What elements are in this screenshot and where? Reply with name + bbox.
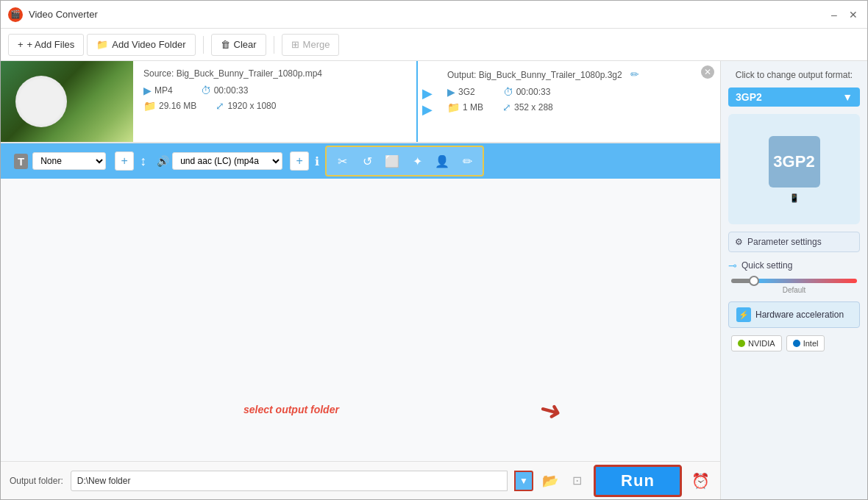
current-format-label: 3GP2 xyxy=(736,91,762,103)
output-resolution-icon: ⤢ xyxy=(502,101,511,113)
resolution-icon: ⤢ xyxy=(216,100,224,112)
merge-button[interactable]: ⊞ Merge xyxy=(282,34,340,56)
format-hint-label: Click to change output format: xyxy=(728,70,860,80)
source-duration-item: ⏱ 00:00:33 xyxy=(201,85,249,96)
info-button[interactable]: ℹ xyxy=(312,154,322,168)
select-output-annotation: select output folder xyxy=(243,404,339,415)
toolbar-separator xyxy=(203,36,204,54)
minimize-button[interactable]: – xyxy=(828,8,841,21)
audio-section: 🔊 und aac (LC) (mp4a xyxy=(152,152,287,170)
output-folder-input[interactable] xyxy=(71,471,508,491)
format-dropdown-icon: ▼ xyxy=(842,91,853,103)
output-resolution: 352 x 288 xyxy=(514,102,553,113)
add-audio-button[interactable]: + xyxy=(290,151,309,171)
output-size-item: 📁 1 MB xyxy=(447,101,483,113)
source-duration: 00:00:33 xyxy=(214,85,249,96)
nvidia-label: NVIDIA xyxy=(748,339,775,348)
watermark-tool-button[interactable]: 👤 xyxy=(430,149,454,173)
title-bar: 🎬 Video Converter – ✕ xyxy=(1,1,867,29)
output-duration: 00:00:33 xyxy=(516,87,551,97)
parameter-settings-button[interactable]: ⚙ Parameter settings xyxy=(728,232,860,252)
source-resolution-item: ⤢ 1920 x 1080 xyxy=(216,100,276,112)
crop-tool-button[interactable]: ⬜ xyxy=(380,149,404,173)
intel-label: Intel xyxy=(803,339,819,348)
hardware-acceleration-button[interactable]: ⚡ Hardware acceleration xyxy=(728,301,860,328)
quick-setting-row[interactable]: ⊸ Quick setting xyxy=(728,260,860,271)
subtitle-t-icon: T xyxy=(14,154,28,169)
format-icon-small: 📱 xyxy=(789,193,800,203)
add-files-button[interactable]: + + Add Files xyxy=(8,34,84,56)
intel-badge: Intel xyxy=(786,335,825,351)
audio-select[interactable]: und aac (LC) (mp4a xyxy=(172,152,282,170)
export-button[interactable]: ⊡ xyxy=(567,471,586,490)
merge-label: Merge xyxy=(303,39,330,50)
convert-arrow: ▶▶ xyxy=(418,61,437,142)
file-thumbnail xyxy=(1,61,133,142)
speed-thumb xyxy=(749,276,759,286)
browse-folder-button[interactable]: 📂 xyxy=(541,471,560,490)
quick-setting-label: Quick setting xyxy=(741,260,792,271)
window-controls: – ✕ xyxy=(828,8,860,21)
edit-tools-group: ✂ ↺ ⬜ ✦ 👤 ✏ xyxy=(325,146,484,176)
format-icon: ▶ xyxy=(143,85,152,96)
source-size: 29.16 MB xyxy=(159,101,196,111)
toolbar-separator2 xyxy=(274,36,274,54)
format-preview: 3GP2 📱 xyxy=(728,114,860,224)
hw-accel-label: Hardware acceleration xyxy=(755,310,844,320)
clear-button[interactable]: 🗑 Clear xyxy=(211,34,266,56)
add-video-folder-label: Add Video Folder xyxy=(112,39,185,50)
rotate-tool-button[interactable]: ↺ xyxy=(355,149,379,173)
source-size-item: 📁 29.16 MB xyxy=(143,100,196,112)
format-selector[interactable]: 3GP2 ▼ xyxy=(728,88,860,107)
output-clock-icon: ⏱ xyxy=(503,86,513,98)
file-row: Source: Big_Buck_Bunny_Trailer_1080p.mp4… xyxy=(1,61,720,143)
subtitle-select[interactable]: None xyxy=(32,152,106,170)
source-meta-row1: ▶ MP4 ⏱ 00:00:33 xyxy=(143,85,406,96)
plus-icon: + xyxy=(18,39,24,50)
main-area: Source: Big_Buck_Bunny_Trailer_1080p.mp4… xyxy=(1,61,867,499)
main-toolbar: + + Add Files 📁 Add Video Folder 🗑 Clear… xyxy=(1,29,867,61)
audio-icon: 🔊 xyxy=(157,155,169,167)
param-settings-label: Parameter settings xyxy=(747,237,822,247)
clear-icon: 🗑 xyxy=(221,39,230,50)
bottom-bar: Output folder: ▼ 📂 ⊡ Run ⏰ xyxy=(1,461,720,499)
output-folder-dropdown-button[interactable]: ▼ xyxy=(514,471,533,491)
output-format-icon: ▶ xyxy=(447,86,455,98)
run-button[interactable]: Run xyxy=(594,465,682,497)
output-format-item: ▶ 3G2 xyxy=(447,86,475,98)
clock-icon: ⏱ xyxy=(201,85,211,96)
effect-tool-button[interactable]: ✦ xyxy=(405,149,429,173)
output-filename: Output: Big_Buck_Bunny_Trailer_1080p.3g2… xyxy=(447,68,710,80)
output-meta-row1: ▶ 3G2 ⏱ 00:00:33 xyxy=(447,86,710,98)
edit-output-name-button[interactable]: ✏ xyxy=(630,68,639,80)
cut-tool-button[interactable]: ✂ xyxy=(330,149,354,173)
subtitle-tool-button[interactable]: ✏ xyxy=(455,149,479,173)
source-info: Source: Big_Buck_Bunny_Trailer_1080p.mp4… xyxy=(133,61,418,142)
output-format: 3G2 xyxy=(458,87,475,97)
speed-slider[interactable] xyxy=(731,279,857,283)
add-subtitle-button[interactable]: + xyxy=(115,151,134,171)
output-folder-label: Output folder: xyxy=(10,476,63,486)
drop-area: select output folder ➜ xyxy=(1,179,720,461)
output-info: Output: Big_Buck_Bunny_Trailer_1080p.3g2… xyxy=(437,61,720,142)
output-resolution-item: ⤢ 352 x 288 xyxy=(502,101,553,113)
close-button[interactable]: ✕ xyxy=(847,8,860,21)
nvidia-dot xyxy=(738,340,745,347)
add-video-folder-button[interactable]: 📁 Add Video Folder xyxy=(87,34,195,56)
format-logo: 3GP2 xyxy=(769,136,820,188)
height-icon-button[interactable]: ↕ xyxy=(137,154,149,169)
format-preview-inner: 3GP2 📱 xyxy=(769,136,820,203)
source-meta-row2: 📁 29.16 MB ⤢ 1920 x 1080 xyxy=(143,100,406,112)
param-icon: ⚙ xyxy=(735,237,743,247)
intel-dot xyxy=(793,340,800,347)
nvidia-badge: NVIDIA xyxy=(731,335,782,351)
close-file-button[interactable]: ✕ xyxy=(701,65,714,79)
output-meta-row2: 📁 1 MB ⤢ 352 x 288 xyxy=(447,101,710,113)
output-folder-icon: 📁 xyxy=(447,101,460,113)
folder-size-icon: 📁 xyxy=(143,100,156,112)
source-format-item: ▶ MP4 xyxy=(143,85,173,96)
file-list-area: Source: Big_Buck_Bunny_Trailer_1080p.mp4… xyxy=(1,61,720,143)
subtitle-section: T None xyxy=(8,152,112,170)
output-size: 1 MB xyxy=(463,102,483,113)
alarm-button[interactable]: ⏰ xyxy=(689,470,711,492)
